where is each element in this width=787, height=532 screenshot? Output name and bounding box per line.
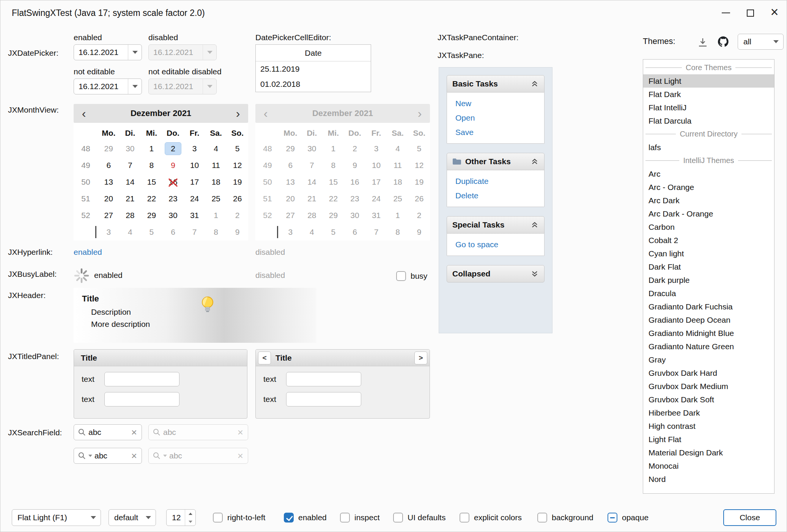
checkbox-right-to-left[interactable]: right-to-left (213, 509, 265, 526)
day-cell[interactable]: 7 (184, 224, 205, 240)
day-cell[interactable]: 20 (98, 190, 120, 207)
day-cell[interactable]: 16 (162, 174, 184, 190)
window-close-button[interactable]: × (762, 0, 787, 25)
checkbox-box[interactable] (284, 513, 294, 523)
datepicker-dropdown-button[interactable] (128, 45, 142, 60)
theme-item[interactable]: Gradianto Nature Green (643, 340, 774, 353)
day-cell[interactable]: 5 (227, 140, 248, 157)
checkbox-box[interactable] (213, 513, 223, 523)
theme-item[interactable]: Gradianto Dark Fuchsia (643, 300, 774, 313)
theme-item[interactable]: Gradianto Deep Ocean (643, 313, 774, 326)
datepicker-dropdown-button[interactable] (128, 79, 142, 94)
checkbox-box[interactable] (608, 513, 617, 523)
theme-item[interactable]: Dark purple (643, 273, 774, 287)
spinner-up-button[interactable] (185, 510, 195, 518)
day-cell[interactable]: 8 (141, 157, 162, 174)
checkbox-box[interactable] (396, 271, 406, 281)
task-link[interactable]: Duplicate (447, 174, 544, 188)
checkbox-explicit-colors[interactable]: explicit colors (460, 509, 522, 526)
theme-item[interactable]: Arc Dark (643, 194, 774, 207)
task-link[interactable]: Save (447, 125, 544, 140)
task-link[interactable]: New (447, 96, 544, 111)
day-cell[interactable]: 10 (184, 157, 205, 174)
theme-list[interactable]: Core ThemesFlat LightFlat DarkFlat Intel… (643, 59, 774, 494)
theme-item[interactable]: Gruvbox Dark Hard (643, 366, 774, 380)
taskpane-header[interactable]: Special Tasks (447, 216, 545, 234)
themes-filter-combo[interactable]: all (738, 34, 784, 50)
theme-item[interactable]: Monocai (643, 459, 774, 472)
day-cell[interactable]: 13 (98, 174, 120, 190)
theme-item[interactable]: lafs (643, 141, 774, 154)
day-cell[interactable]: 2 (227, 207, 248, 224)
theme-item[interactable]: Cobalt 2 (643, 234, 774, 247)
theme-item[interactable]: Gruvbox Dark Medium (643, 380, 774, 393)
day-cell[interactable]: 23 (162, 190, 184, 207)
table-row[interactable]: 25.11.2019 (256, 61, 371, 77)
theme-item[interactable]: Arc Dark - Orange (643, 207, 774, 220)
theme-item[interactable]: Dark Flat (643, 260, 774, 273)
theme-item[interactable]: Cyan light (643, 247, 774, 260)
github-icon[interactable] (717, 35, 730, 48)
day-cell[interactable]: 30 (162, 207, 184, 224)
theme-item[interactable]: Arc (643, 167, 774, 180)
theme-item[interactable]: Hiberbee Dark (643, 406, 774, 419)
task-link[interactable]: Delete (447, 188, 544, 203)
day-cell[interactable]: 25 (205, 190, 227, 207)
day-cell[interactable]: 29 (141, 207, 162, 224)
taskpane-header[interactable]: Collapsed (447, 265, 545, 282)
theme-item[interactable]: Carbon (643, 220, 774, 234)
hyperlink-enabled[interactable]: enabled (74, 248, 102, 257)
theme-item[interactable]: Light Flat (643, 433, 774, 446)
next-month-icon[interactable]: › (228, 104, 248, 123)
monthview-enabled[interactable]: ‹Dezember 2021›Mo.Di.Mi.Do.Fr.Sa.So.4829… (74, 104, 248, 240)
day-cell[interactable]: 31 (184, 207, 205, 224)
theme-item[interactable]: Gradianto Midnight Blue (643, 326, 774, 340)
download-icon[interactable] (697, 37, 708, 48)
day-cell[interactable]: 15 (141, 174, 162, 190)
theme-item[interactable]: Material Design Dark (643, 446, 774, 459)
theme-item-selected[interactable]: Flat Light (643, 74, 774, 88)
day-cell[interactable]: 3 (184, 140, 205, 157)
theme-item[interactable]: High contrast (643, 419, 774, 433)
theme-item[interactable]: Flat Dark (643, 88, 774, 101)
day-cell[interactable]: 11 (205, 157, 227, 174)
close-button[interactable]: Close (723, 509, 776, 526)
checkbox-inspect[interactable]: inspect (340, 509, 380, 526)
checkbox-ui-defaults[interactable]: UI defaults (393, 509, 445, 526)
checkbox-box[interactable] (460, 513, 469, 523)
clear-icon[interactable]: × (131, 451, 138, 461)
theme-item[interactable]: Dracula (643, 287, 774, 300)
prev-month-icon[interactable]: ‹ (74, 104, 94, 123)
day-cell[interactable]: 5 (141, 224, 162, 240)
day-cell[interactable]: 7 (120, 157, 141, 174)
minimize-button[interactable] (714, 0, 738, 25)
theme-item[interactable]: Flat Darcula (643, 114, 774, 127)
theme-item[interactable]: Gray (643, 353, 774, 366)
checkbox-enabled[interactable]: enabled (284, 509, 327, 526)
day-cell[interactable]: 4 (120, 224, 141, 240)
theme-item[interactable]: Flat IntelliJ (643, 101, 774, 114)
text-field[interactable] (104, 392, 179, 406)
theme-item[interactable]: Nord (643, 472, 774, 486)
datepicker-enabled[interactable]: 16.12.2021 (74, 44, 142, 60)
day-cell[interactable]: 2 (162, 140, 184, 157)
day-cell[interactable]: 3 (98, 224, 120, 240)
checkbox-box[interactable] (537, 513, 547, 523)
day-cell[interactable]: 26 (227, 190, 248, 207)
day-cell[interactable]: 4 (205, 140, 227, 157)
day-cell[interactable]: 27 (98, 207, 120, 224)
font-size-spinner[interactable]: 12 (166, 509, 196, 526)
font-combo[interactable]: default (109, 509, 156, 526)
day-cell[interactable]: 28 (120, 207, 141, 224)
laf-combo[interactable]: Flat Light (F1) (12, 509, 101, 526)
busy-checkbox[interactable]: busy (396, 268, 427, 284)
day-cell[interactable]: 1 (205, 207, 227, 224)
search-field-enabled[interactable]: × (74, 424, 142, 440)
search-input[interactable] (88, 428, 128, 437)
search-field-with-menu[interactable]: × (74, 448, 142, 464)
theme-item[interactable]: Gruvbox Dark Soft (643, 393, 774, 406)
day-cell[interactable]: 21 (120, 190, 141, 207)
prev-button[interactable]: < (258, 352, 271, 364)
taskpane-header[interactable]: Basic Tasks (447, 75, 545, 93)
day-cell[interactable]: 1 (141, 140, 162, 157)
